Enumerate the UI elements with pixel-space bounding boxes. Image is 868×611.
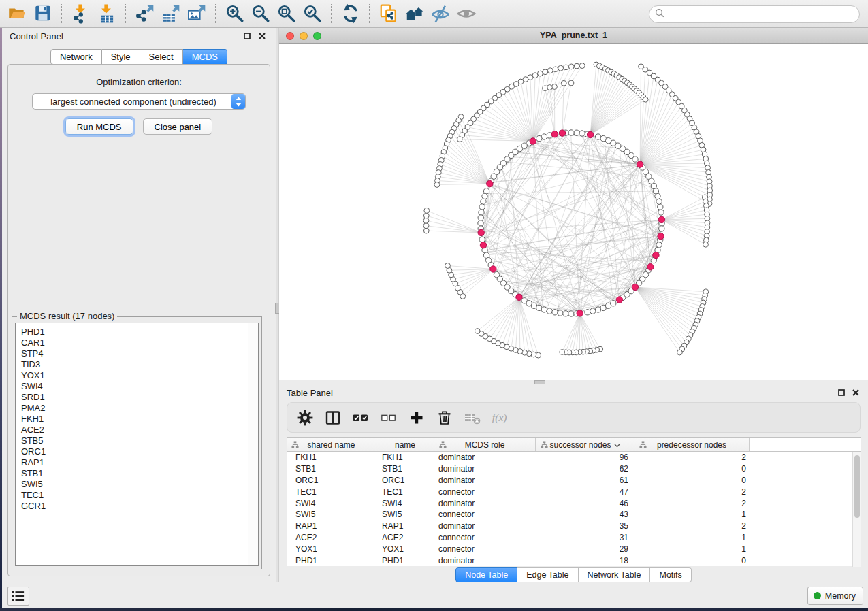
- ring-node[interactable]: [658, 210, 664, 215]
- cell-name[interactable]: ORC1: [376, 476, 434, 485]
- horizontal-splitter[interactable]: [279, 380, 868, 384]
- leaf-node[interactable]: [423, 228, 429, 233]
- cell-shared-name[interactable]: TEC1: [287, 487, 376, 497]
- leaf-node[interactable]: [579, 63, 585, 69]
- float-panel-icon[interactable]: [243, 32, 251, 40]
- ring-node[interactable]: [547, 308, 552, 314]
- scrollbar-thumb[interactable]: [854, 455, 860, 518]
- cell-successor-nodes[interactable]: 62: [536, 464, 634, 474]
- leaf-node[interactable]: [703, 242, 709, 247]
- table-settings-icon[interactable]: [296, 409, 314, 427]
- cell-predecessor-nodes[interactable]: 2: [634, 521, 750, 531]
- column-header-predecessor-nodes[interactable]: predecessor nodes: [634, 438, 750, 451]
- export-network-icon[interactable]: [132, 3, 158, 24]
- cell-name[interactable]: FKH1: [376, 452, 434, 462]
- table-row[interactable]: TEC1TEC1connector472: [287, 486, 861, 497]
- cell-MCDS-role[interactable]: connector: [434, 533, 536, 542]
- add-column-icon[interactable]: [408, 409, 425, 427]
- ring-node[interactable]: [568, 130, 574, 135]
- mcds-result-item[interactable]: TID3: [21, 359, 258, 370]
- cell-predecessor-nodes[interactable]: 1: [634, 544, 750, 554]
- cell-shared-name[interactable]: SWI4: [287, 499, 376, 508]
- mcds-result-scrollbar[interactable]: [248, 323, 258, 565]
- ring-node[interactable]: [563, 311, 568, 316]
- export-image-icon[interactable]: [184, 3, 210, 24]
- cell-predecessor-nodes[interactable]: 0: [634, 464, 750, 474]
- cell-MCDS-role[interactable]: dominator: [434, 521, 536, 531]
- cell-MCDS-role[interactable]: dominator: [434, 464, 536, 474]
- show-columns-icon[interactable]: [324, 409, 342, 427]
- column-header-name[interactable]: name: [376, 438, 434, 451]
- table-row[interactable]: SWI5SWI5connector431: [287, 509, 861, 521]
- table-row[interactable]: STB1STB1dominator620: [287, 463, 861, 475]
- ring-node[interactable]: [482, 193, 487, 199]
- cell-shared-name[interactable]: STB1: [287, 464, 376, 474]
- ring-node[interactable]: [611, 301, 616, 306]
- leaf-node[interactable]: [434, 182, 440, 188]
- cell-successor-nodes[interactable]: 35: [536, 521, 634, 531]
- mcds-result-item[interactable]: STP4: [21, 348, 258, 359]
- zoom-selected-icon[interactable]: [300, 3, 325, 24]
- mcds-result-item[interactable]: SWI5: [21, 479, 258, 490]
- float-panel-icon[interactable]: [837, 389, 846, 397]
- leaf-node[interactable]: [423, 218, 429, 223]
- table-row[interactable]: PHD1PHD1dominator180: [287, 555, 861, 566]
- table-row[interactable]: SWI4SWI4dominator462: [287, 497, 861, 509]
- leaf-node[interactable]: [423, 223, 429, 229]
- cell-successor-nodes[interactable]: 31: [536, 533, 634, 542]
- mcds-result-item[interactable]: STB5: [21, 435, 258, 446]
- tab-network[interactable]: Network: [50, 49, 102, 65]
- tab-style[interactable]: Style: [102, 49, 140, 65]
- delete-column-icon[interactable]: [436, 409, 453, 427]
- tab-edge-table[interactable]: Edge Table: [517, 567, 578, 582]
- ring-node[interactable]: [478, 215, 483, 220]
- cell-successor-nodes[interactable]: 29: [536, 544, 634, 554]
- ring-node[interactable]: [585, 310, 590, 315]
- cell-MCDS-role[interactable]: dominator: [434, 476, 536, 485]
- leaf-node[interactable]: [558, 65, 564, 71]
- mcds-result-list[interactable]: PHD1CAR1STP4TID3YOX1SWI4SRD1PMA2FKH1ACE2…: [15, 323, 259, 566]
- table-header-row[interactable]: shared namenameMCDS rolesuccessor nodesp…: [287, 438, 861, 452]
- mcds-hub-node[interactable]: [647, 264, 654, 270]
- mcds-hub-node[interactable]: [653, 252, 659, 258]
- leaf-node[interactable]: [424, 208, 430, 214]
- mcds-result-item[interactable]: FKH1: [21, 414, 258, 425]
- show-all-icon[interactable]: [453, 3, 479, 24]
- leaf-node[interactable]: [543, 69, 548, 75]
- cell-shared-name[interactable]: YOX1: [287, 544, 376, 554]
- mcds-result-item[interactable]: PMA2: [21, 403, 258, 414]
- cell-successor-nodes[interactable]: 18: [536, 556, 634, 565]
- mcds-hub-node[interactable]: [516, 294, 522, 300]
- leaf-node[interactable]: [677, 350, 683, 355]
- cell-successor-nodes[interactable]: 47: [536, 487, 634, 497]
- cell-predecessor-nodes[interactable]: 2: [634, 487, 750, 497]
- table-row[interactable]: ORC1ORC1dominator610: [287, 475, 861, 486]
- table-row[interactable]: YOX1YOX1connector291: [287, 543, 861, 555]
- leaf-node[interactable]: [568, 80, 574, 86]
- ring-node[interactable]: [552, 310, 558, 315]
- tab-motifs[interactable]: Motifs: [650, 567, 691, 582]
- leaf-node[interactable]: [561, 80, 566, 86]
- mcds-result-item[interactable]: STB1: [21, 468, 258, 479]
- cell-name[interactable]: YOX1: [376, 544, 434, 554]
- cell-name[interactable]: SWI5: [376, 510, 434, 519]
- mcds-hub-node[interactable]: [490, 266, 496, 272]
- tab-mcds[interactable]: MCDS: [183, 49, 227, 65]
- cell-MCDS-role[interactable]: dominator: [434, 499, 536, 508]
- column-header-successor-nodes[interactable]: successor nodes: [536, 438, 634, 451]
- column-header-MCDS-role[interactable]: MCDS role: [434, 438, 536, 451]
- network-title-bar[interactable]: YPA_prune.txt_1: [279, 28, 868, 44]
- leaf-node[interactable]: [457, 137, 462, 142]
- cell-successor-nodes[interactable]: 61: [536, 476, 634, 485]
- ring-node[interactable]: [479, 210, 484, 215]
- ring-node[interactable]: [541, 307, 547, 312]
- ring-node[interactable]: [574, 130, 579, 135]
- zoom-fit-icon[interactable]: [274, 3, 300, 24]
- cell-predecessor-nodes[interactable]: 2: [634, 452, 750, 462]
- cell-MCDS-role[interactable]: dominator: [434, 452, 536, 462]
- cell-MCDS-role[interactable]: connector: [434, 487, 536, 497]
- ring-node[interactable]: [590, 308, 596, 314]
- mcds-result-item[interactable]: ACE2: [21, 425, 258, 435]
- import-table-icon[interactable]: [94, 3, 120, 24]
- ring-node[interactable]: [536, 135, 542, 141]
